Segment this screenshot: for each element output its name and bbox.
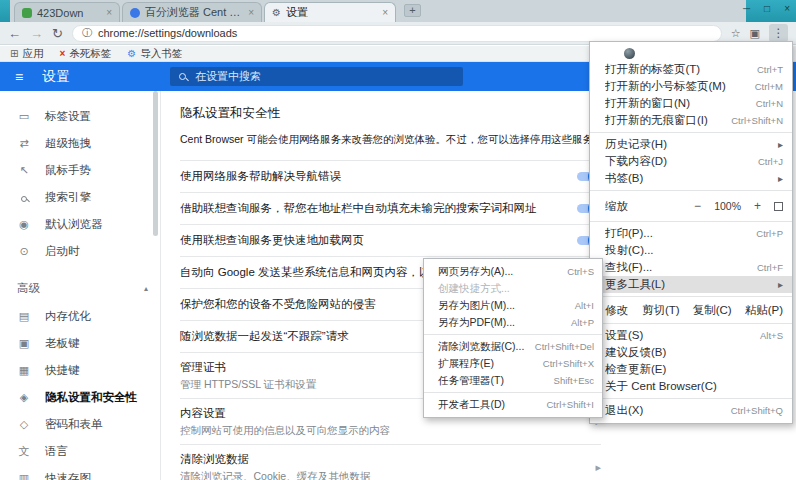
sidebar-item-on-startup[interactable]: ⊙ 启动时 [0,238,160,265]
favicon-423down [22,8,32,18]
sidebar-item-memory[interactable]: ▤ 内存优化 [0,303,160,330]
menu-item-new-incognito-window[interactable]: 打开新的无痕窗口(I) Ctrl+Shift+N [590,112,792,129]
tab-settings[interactable]: ⚙ 设置 × [264,2,396,22]
maximize-button[interactable]: □ [764,4,770,14]
paste-button[interactable]: 粘贴(P) [745,303,783,318]
sidebar-item-language[interactable]: 文 语言 [0,438,160,465]
shortcut-label: Ctrl+S [561,266,594,277]
menu-item-label: 书签(B) [605,171,643,186]
menu-item-new-window[interactable]: 打开新的窗口(N) Ctrl+N [590,95,792,112]
address-bar[interactable]: ⓘ chrome://settings/downloads [72,25,722,42]
back-button[interactable]: ← [8,27,21,40]
zoom-in-button[interactable]: + [754,199,761,213]
edit-label: 修改 [605,303,628,318]
menu-item-check-update[interactable]: 检查更新(E) [590,361,792,378]
sidebar-item-label: 隐私设置和安全性 [45,390,137,405]
submenu-item-save-as-image[interactable]: 另存为图片(M)... Alt+I [424,297,602,314]
menu-item-label: 建议反馈(B) [605,345,666,360]
bookmark-apps[interactable]: ⊞ 应用 [10,47,43,61]
menu-item-print[interactable]: 打印(P)... Ctrl+P [590,225,792,242]
menu-item-history[interactable]: 历史记录(H) ▸ [590,136,792,153]
advanced-label: 高级 [17,281,40,296]
submenu-item-developer-tools[interactable]: 开发者工具(D) Ctrl+Shift+I [424,396,602,413]
menu-item-settings[interactable]: 设置(S) Alt+S [590,327,792,344]
app-menu: 打开新的标签页(T) Ctrl+T 打开新的小号标签页(M) Ctrl+M 打开… [589,41,793,424]
sidebar-item-label: 内存优化 [45,309,91,324]
sidebar-item-passwords[interactable]: ◇ 密码和表单 [0,411,160,438]
submenu-item-save-page-as[interactable]: 网页另存为(A)... Ctrl+S [424,263,602,280]
submenu-item-clear-browsing-data[interactable]: 清除浏览数据(C)... Ctrl+Shift+Del [424,338,602,355]
sidebar-item-label: 快速存图 [45,471,91,480]
sidebar-advanced-toggle[interactable]: 高级 ▴ [0,273,160,303]
tab-close-icon[interactable]: × [248,7,254,18]
sidebar-item-tab-settings[interactable]: ▭ 标签设置 [0,103,160,130]
setting-row-clear-browsing-data[interactable]: 清除浏览数据 清除浏览记录、Cookie、缓存及其他数据 ▸ [180,445,601,480]
zoom-out-button[interactable]: − [694,199,701,213]
menu-item-bookmarks[interactable]: 书签(B) ▸ [590,170,792,187]
menu-item-label: 扩展程序(E) [438,357,494,371]
menu-item-label: 另存为图片(M)... [438,299,515,313]
keyboard-icon: ▦ [17,364,31,377]
minimize-button[interactable]: ─ [743,4,750,14]
chevron-right-icon: ▸ [595,461,601,474]
sidebar-item-label: 启动时 [45,244,80,259]
sidebar-item-boss-key[interactable]: ▣ 老板键 [0,330,160,357]
menu-item-find[interactable]: 查找(F)... Ctrl+F [590,259,792,276]
bookmark-star-icon[interactable]: ☆ [731,27,741,40]
tab-cent-browser[interactable]: 百分浏览器 Cent Browse... × [122,2,262,22]
menu-item-zoom: 缩放 − 100% + [590,194,792,218]
submenu-arrow-icon: ▸ [778,139,783,150]
sidebar-item-label: 默认浏览器 [45,217,103,232]
browser-icon: ◉ [17,218,31,231]
menu-item-label: 打开新的标签页(T) [605,62,700,77]
tab-close-icon[interactable]: × [382,7,388,18]
shortcut-label: Ctrl+J [750,156,783,167]
submenu-item-save-as-pdf[interactable]: 另存为PDF(M)... Alt+P [424,314,602,331]
sidebar-item-search-engine[interactable]: 搜索引擎 [0,184,160,211]
menu-item-cast[interactable]: 投射(C)... [590,242,792,259]
sidebar-item-hotkeys[interactable]: ▦ 快捷键 [0,357,160,384]
menu-item-about[interactable]: 关于 Cent Browser(C) [590,378,792,395]
sidebar-item-quick-save-image[interactable]: ▥ 快速存图 [0,465,160,480]
sidebar-item-label: 标签设置 [45,109,91,124]
reload-button[interactable]: ↻ [52,27,63,40]
new-tab-button[interactable]: + [404,4,421,17]
menu-separator [424,392,602,393]
info-icon[interactable]: ⓘ [82,26,92,40]
sidebar-scrollbar-thumb[interactable] [153,91,158,236]
menu-button[interactable]: ⋮ [769,24,788,42]
menu-separator [590,221,792,222]
submenu-item-task-manager[interactable]: 任务管理器(T) Shift+Esc [424,372,602,389]
tab-close-icon[interactable]: × [106,7,112,18]
bookmark-kill-tab[interactable]: × 杀死标签 [59,47,111,61]
copy-button[interactable]: 复制(C) [693,303,732,318]
sidebar-item-privacy[interactable]: ◈ 隐私设置和安全性 [0,384,160,411]
settings-search-input[interactable]: 在设置中搜索 [170,67,463,86]
gear-favicon: ⚙ [272,8,281,18]
cut-button[interactable]: 剪切(T) [642,303,680,318]
menu-item-new-small-tab[interactable]: 打开新的小号标签页(M) Ctrl+M [590,78,792,95]
close-window-button[interactable]: × [784,4,790,14]
forward-button[interactable]: → [30,27,43,40]
menu-item-more-tools[interactable]: 更多工具(L) ▸ [590,276,792,293]
sidebar-item-default-browser[interactable]: ◉ 默认浏览器 [0,211,160,238]
menu-item-label: 下载内容(D) [605,154,667,169]
menu-item-label: 网页另存为(A)... [438,265,513,279]
menu-item-new-tab[interactable]: 打开新的标签页(T) Ctrl+T [590,61,792,78]
submenu-item-extensions[interactable]: 扩展程序(E) Ctrl+Shift+X [424,355,602,372]
menu-separator [590,132,792,133]
tab-423down[interactable]: 423Down × [14,2,120,22]
sidebar-item-mouse-gesture[interactable]: ↖ 鼠标手势 [0,157,160,184]
menu-item-label: 查找(F)... [605,260,652,275]
hamburger-icon[interactable]: ≡ [15,70,23,84]
shortcut-label: Ctrl+N [748,98,783,109]
fullscreen-icon[interactable] [774,202,783,211]
setting-label: 使用联想查询服务更快速地加载网页 [180,233,565,248]
extension-icon[interactable]: ▣ [750,27,760,40]
bookmark-import[interactable]: ⚙ 导入书签 [127,47,182,61]
sidebar-item-super-drag[interactable]: ⇄ 超级拖拽 [0,130,160,157]
menu-item-feedback[interactable]: 建议反馈(B) [590,344,792,361]
menu-item-downloads[interactable]: 下载内容(D) Ctrl+J [590,153,792,170]
menu-item-label: 退出(X) [605,403,643,418]
menu-item-exit[interactable]: 退出(X) Ctrl+Shift+Q [590,402,792,419]
